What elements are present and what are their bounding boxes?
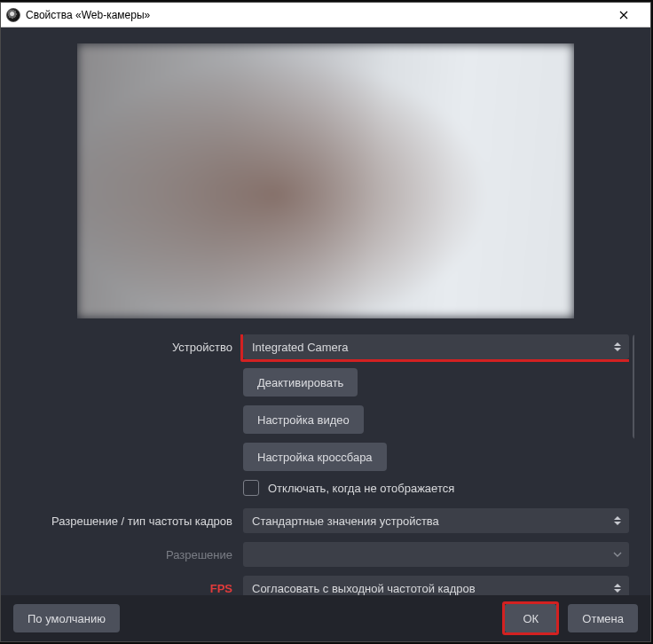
close-button[interactable]: [606, 5, 641, 25]
close-icon: [619, 11, 628, 20]
resolution-label: Разрешение: [17, 548, 243, 562]
ok-highlight: ОК: [502, 601, 559, 635]
properties-dialog: Свойства «Web-камеры» Устройство Integra…: [0, 2, 651, 642]
dialog-body: Устройство Integrated Camera: [1, 27, 650, 595]
window-title: Свойства «Web-камеры»: [26, 9, 150, 21]
camera-preview-image: [77, 43, 574, 318]
dialog-footer: По умолчанию ОК Отмена: [1, 595, 650, 641]
device-highlight: Integrated Camera: [240, 334, 629, 362]
row-resolution: Разрешение: [17, 542, 629, 567]
spinner-icon: [610, 337, 625, 357]
resolution-type-label: Разрешение / тип частоты кадров: [17, 514, 243, 528]
fps-value: Согласовать с выходной частотой кадров: [252, 582, 476, 595]
defaults-button[interactable]: По умолчанию: [13, 604, 120, 632]
device-label: Устройство: [17, 341, 243, 354]
spinner-icon: [610, 511, 625, 530]
row-fps: FPS Согласовать с выходной частотой кадр…: [17, 576, 629, 595]
resolution-select[interactable]: [243, 542, 629, 567]
form-area: Устройство Integrated Camera: [17, 334, 634, 595]
cancel-button[interactable]: Отмена: [568, 604, 638, 632]
titlebar: Свойства «Web-камеры»: [1, 3, 650, 27]
camera-preview: [77, 43, 574, 318]
chevron-down-icon: [610, 545, 625, 564]
deactivate-button[interactable]: Деактивировать: [243, 368, 358, 397]
row-hide-checkbox: Отключать, когда не отображается: [17, 480, 629, 496]
titlebar-left: Свойства «Web-камеры»: [6, 8, 150, 22]
obs-logo-icon: [6, 8, 20, 22]
fps-label: FPS: [17, 582, 243, 595]
hide-when-not-shown-checkbox[interactable]: [243, 480, 259, 496]
device-select-value: Integrated Camera: [252, 341, 348, 354]
scrollbar-thumb[interactable]: [633, 334, 634, 439]
row-device: Устройство Integrated Camera: [17, 334, 629, 359]
form-scroll: Устройство Integrated Camera: [17, 334, 629, 595]
hide-when-not-shown-label: Отключать, когда не отображается: [268, 482, 454, 495]
fps-select[interactable]: Согласовать с выходной частотой кадров: [243, 576, 629, 595]
device-ctrl: Integrated Camera: [243, 334, 629, 359]
footer-right: ОК Отмена: [502, 601, 638, 635]
ok-button[interactable]: ОК: [505, 604, 556, 632]
row-resolution-type: Разрешение / тип частоты кадров Стандарт…: [17, 508, 629, 533]
row-deactivate: Деактивировать: [17, 368, 629, 397]
resolution-type-value: Стандартные значения устройства: [252, 514, 439, 528]
row-video-settings: Настройка видео: [17, 405, 629, 434]
spinner-icon: [610, 578, 625, 595]
resolution-type-select[interactable]: Стандартные значения устройства: [243, 508, 629, 533]
crossbar-settings-button[interactable]: Настройка кроссбара: [243, 443, 387, 471]
video-settings-button[interactable]: Настройка видео: [243, 405, 364, 434]
row-crossbar-settings: Настройка кроссбара: [17, 443, 629, 471]
device-select[interactable]: Integrated Camera: [243, 334, 629, 359]
